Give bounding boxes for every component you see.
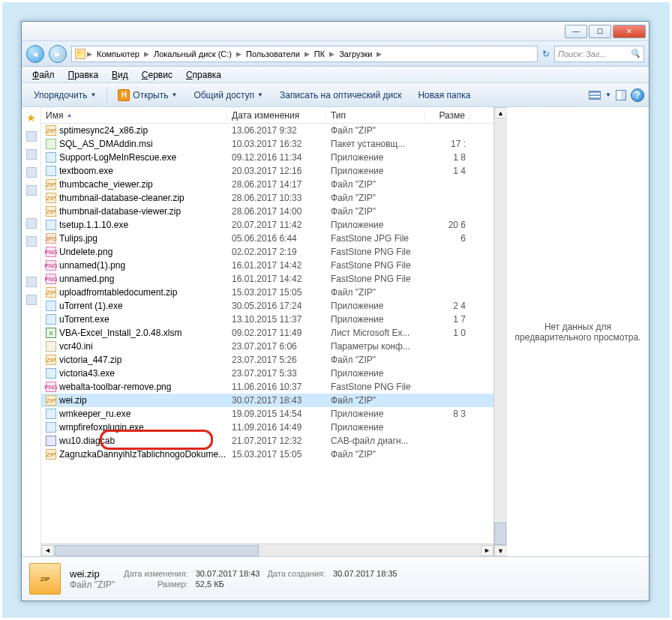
nav-item-icon[interactable] [26, 295, 37, 305]
crumb[interactable]: ПК [311, 49, 328, 58]
column-size[interactable]: Разме [425, 110, 470, 121]
table-row[interactable]: wmpfirefoxplugin.exe11.09.2016 14:49Прил… [41, 421, 494, 434]
view-icon[interactable] [589, 91, 601, 100]
vertical-scrollbar[interactable]: ▲ ▼ [494, 107, 506, 556]
new-folder-button[interactable]: Новая папка [410, 87, 478, 103]
chevron-right-icon: ▶ [86, 50, 94, 58]
help-icon[interactable]: ? [631, 88, 644, 102]
crumb[interactable]: Компьютер [94, 49, 142, 58]
menu-view[interactable]: Вид [106, 68, 134, 82]
table-row[interactable]: wmkeeper_ru.exe19.09.2015 14:54Приложени… [41, 407, 494, 421]
chevron-down-icon[interactable]: ▼ [605, 91, 611, 98]
file-date: 11.06.2016 10:37 [227, 382, 326, 392]
folder-icon: 📁 [75, 49, 86, 59]
file-cab-icon [46, 436, 56, 446]
file-exe-icon [46, 314, 56, 325]
scroll-down-button[interactable]: ▼ [494, 545, 507, 556]
scroll-thumb[interactable] [55, 545, 259, 556]
column-name[interactable]: Имя▲ [41, 110, 227, 121]
table-row[interactable]: ZIPuploadfromtabledocument.zip15.03.2017… [41, 286, 494, 299]
table-row[interactable]: ZIPwei.zip30.07.2017 18:43Файл "ZIP" [41, 394, 494, 407]
file-type: Приложение [326, 422, 425, 433]
organize-button[interactable]: Упорядочить▼ [26, 87, 104, 103]
table-row[interactable]: tsetup.1.1.10.exe20.07.2017 11:42Приложе… [41, 218, 494, 232]
table-row[interactable]: wu10.diagcab21.07.2017 12:32CAB-файл диа… [41, 434, 494, 448]
file-date: 30.05.2016 17:24 [227, 301, 326, 311]
nav-item-icon[interactable] [26, 167, 37, 178]
file-date: 23.07.2017 6:06 [227, 341, 326, 352]
file-zip-icon: ZIP [46, 395, 56, 406]
table-row[interactable]: SQL_AS_DMAddin.msi10.03.2017 16:32Пакет … [41, 137, 494, 151]
back-button[interactable]: ◄ [26, 45, 44, 63]
file-size: 1 0 [425, 328, 470, 338]
toolbar: Упорядочить▼ HОткрыть▼ Общий доступ▼ Зап… [22, 83, 649, 107]
scroll-left-button[interactable]: ◄ [41, 545, 54, 556]
table-row[interactable]: ZIPvictoria_447.zip23.07.2017 5:26Файл "… [41, 353, 494, 367]
scroll-right-button[interactable]: ► [481, 545, 494, 556]
file-png-icon: PNG [46, 260, 56, 271]
table-row[interactable]: Support-LogMeInRescue.exe09.12.2016 11:3… [41, 151, 494, 164]
table-row[interactable]: PNGunnamed(1).png16.01.2017 14:42FastSto… [41, 259, 494, 272]
menu-edit[interactable]: Правка [62, 68, 105, 82]
search-input[interactable]: Поиск: Заг... 🔍 [554, 46, 644, 62]
menu-help[interactable]: Справка [180, 68, 227, 82]
table-row[interactable]: ZIPthumbnail-database-cleaner.zip28.06.2… [41, 191, 494, 205]
close-button[interactable]: ✕ [613, 25, 646, 38]
table-row[interactable]: ZIPZagruzkaDannyihIzTablichnogoDokume...… [41, 448, 494, 461]
nav-item-icon[interactable] [26, 149, 37, 160]
details-size-label: Размер: [124, 580, 188, 589]
file-size: 6 [425, 233, 470, 244]
refresh-icon[interactable]: ↻ [542, 49, 550, 59]
burn-button[interactable]: Записать на оптический диск [272, 87, 410, 103]
table-row[interactable]: victoria43.exe23.07.2017 5:33Приложение [41, 367, 494, 380]
file-name: wu10.diagcab [59, 436, 115, 446]
nav-item-icon[interactable] [26, 218, 37, 229]
table-row[interactable]: JPGTulips.jpg05.06.2016 6:44FastStone JP… [41, 232, 494, 245]
open-button[interactable]: HОткрыть▼ [110, 86, 184, 104]
table-row[interactable]: PNGunnamed.png16.01.2017 14:42FastStone … [41, 272, 494, 286]
table-row[interactable]: textboom.exe20.03.2017 12:16Приложение1 … [41, 164, 494, 178]
column-date[interactable]: Дата изменения [227, 110, 326, 121]
scroll-track[interactable] [494, 118, 506, 545]
breadcrumb[interactable]: 📁 ▶ Компьютер ▶ Локальный диск (C:) ▶ По… [71, 46, 538, 62]
column-type[interactable]: Тип [326, 110, 425, 121]
nav-item-icon[interactable] [26, 185, 37, 196]
scroll-up-button[interactable]: ▲ [494, 107, 507, 118]
file-jpg-icon: JPG [46, 233, 56, 244]
table-row[interactable]: vcr40.ini23.07.2017 6:06Параметры конф..… [41, 340, 494, 353]
table-row[interactable]: ZIPthumbcache_viewer.zip28.06.2017 14:17… [41, 178, 494, 191]
horizontal-scrollbar[interactable]: ◄ ► [41, 544, 494, 556]
table-row[interactable]: ZIPsptimesync24_x86.zip13.06.2017 9:32Фа… [41, 124, 494, 137]
minimize-button[interactable]: — [565, 25, 587, 38]
file-list[interactable]: ZIPsptimesync24_x86.zip13.06.2017 9:32Фа… [41, 124, 494, 544]
file-date: 16.01.2017 14:42 [227, 260, 326, 271]
titlebar[interactable]: — ☐ ✕ [22, 22, 649, 41]
menu-tools[interactable]: Сервис [136, 68, 178, 82]
crumb[interactable]: Локальный диск (C:) [151, 49, 235, 58]
table-row[interactable]: PNGwebalta-toolbar-remove.png11.06.2016 … [41, 380, 494, 394]
table-row[interactable]: uTorrent (1).exe30.05.2016 17:24Приложен… [41, 299, 494, 313]
menu-file[interactable]: Файл [26, 68, 61, 82]
table-row[interactable]: ZIPthumbnail-database-viewer.zip28.06.20… [41, 205, 494, 218]
nav-item-icon[interactable] [26, 277, 37, 287]
crumb[interactable]: Пользователи [243, 49, 303, 58]
file-name: vcr40.ini [59, 341, 93, 352]
scroll-thumb[interactable] [494, 523, 506, 545]
nav-item-icon[interactable] [26, 131, 37, 142]
share-button[interactable]: Общий доступ▼ [186, 87, 271, 103]
maximize-button[interactable]: ☐ [589, 25, 611, 38]
favorites-icon[interactable]: ★ [26, 112, 36, 124]
table-row[interactable]: PNGUndelete.png02.02.2017 2:19FastStone … [41, 245, 494, 259]
preview-pane-icon[interactable] [616, 90, 626, 100]
file-date: 09.12.2016 11:34 [227, 152, 326, 163]
nav-pane[interactable]: ★ [22, 107, 41, 556]
sort-asc-icon: ▲ [66, 112, 72, 118]
table-row[interactable]: XVBA-Excel_Install_2.0.48.xlsm09.02.2017… [41, 326, 494, 340]
details-created-label: Дата создания: [267, 569, 326, 578]
scroll-track[interactable] [55, 545, 480, 556]
crumb[interactable]: Загрузки [336, 49, 375, 58]
table-row[interactable]: uTorrent.exe13.10.2015 11:37Приложение1 … [41, 313, 494, 326]
forward-button[interactable]: ► [49, 45, 67, 63]
nav-item-icon[interactable] [26, 236, 37, 247]
file-zip-icon: ZIP [46, 206, 56, 217]
